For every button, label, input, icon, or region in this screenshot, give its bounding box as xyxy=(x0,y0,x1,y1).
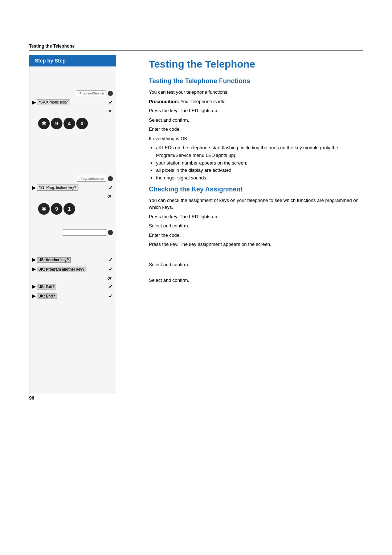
icon-0-1: 0 xyxy=(76,118,88,129)
blank-key-row xyxy=(32,229,113,236)
arrow-5: ▶ xyxy=(32,284,36,289)
page-title: Testing the Telephone xyxy=(149,58,363,70)
instruction-1: Press the key. The LED lights up. xyxy=(149,107,363,114)
if-ok: If everything is OK, xyxy=(149,135,363,142)
uk-another-row: ▶ UK: Program another key? ✓ xyxy=(32,266,113,272)
spacer3 xyxy=(32,219,113,226)
icon-star-2: ✱ xyxy=(38,203,50,215)
bullet-4: the ringer signal sounds. xyxy=(156,174,363,182)
uk-end-key: UK: End? xyxy=(37,293,57,299)
instruction-2: Select and confirm. xyxy=(149,117,363,124)
us-exit-key: US: Exit? xyxy=(37,284,56,289)
service-key-row-1: Program/Service xyxy=(32,90,113,96)
uk-another-key: UK: Program another key? xyxy=(37,267,86,272)
led-circle-2 xyxy=(108,176,113,181)
icon-9-1: 9 xyxy=(51,118,62,129)
body-text-2: You can check the assignment of keys on … xyxy=(149,197,363,211)
us-another-key: US: Another key? xyxy=(37,257,71,263)
or-text-1: or xyxy=(32,108,113,113)
ok-list: all LEDs on the telephone start flashing… xyxy=(156,144,363,182)
spacer1b xyxy=(32,80,113,88)
arrow-3: ▶ xyxy=(32,257,36,262)
led-circle-3 xyxy=(108,230,113,235)
bullet-2: your station number appears on the scree… xyxy=(156,159,363,167)
instruction-3: Enter the code. xyxy=(149,126,363,133)
service-key-label-1: Program/Service xyxy=(77,90,106,96)
arrow-4: ▶ xyxy=(32,267,36,272)
precondition-bold: Precondition: xyxy=(149,99,179,104)
service-key-label-2: Program/Service xyxy=(77,176,106,182)
spacer2b xyxy=(32,158,113,165)
checkmark-6: ✓ xyxy=(109,293,113,299)
checkmark-2: ✓ xyxy=(109,185,113,191)
sidebar-inner: Program/Service ▶ *940=Phone test? ✓ or … xyxy=(29,66,116,393)
spacer1 xyxy=(32,70,113,77)
spacer2 xyxy=(32,147,113,155)
section-title-1: Testing the Telephone Functions xyxy=(149,77,363,85)
icon-1-2: 1 xyxy=(64,203,75,215)
phone-test-row: ▶ *940=Phone test? ✓ xyxy=(32,99,113,105)
spacer4b xyxy=(32,249,113,254)
us-another-row: ▶ US: Another key? ✓ xyxy=(32,257,113,263)
section-label: Testing the Telephone xyxy=(29,44,363,50)
page-number: 96 xyxy=(29,395,34,401)
section-title-2: Checking the Key Assignment xyxy=(149,186,363,193)
or-text-3: or xyxy=(32,276,113,281)
checkmark-3: ✓ xyxy=(109,257,113,263)
sidebar: Step by Step Program/Service ▶ *940=Phon… xyxy=(29,55,138,393)
sidebar-gap-1 xyxy=(32,134,113,145)
content-area: Step by Step Program/Service ▶ *940=Phon… xyxy=(29,55,363,393)
icon-4-1: 4 xyxy=(64,118,75,129)
phone-test-key: *940=Phone test? xyxy=(37,99,70,105)
instruction-5: Select and confirm. xyxy=(149,222,363,230)
bullet-1: all LEDs on the telephone start flashing… xyxy=(156,144,363,159)
main-content: Testing the Telephone Testing the Teleph… xyxy=(138,55,363,393)
led-circle-1 xyxy=(108,91,113,96)
page-header: Testing the Telephone xyxy=(29,44,363,50)
step-by-step-banner: Step by Step xyxy=(29,55,116,66)
checkmark-4: ✓ xyxy=(109,266,113,272)
spacer2c xyxy=(32,168,113,173)
precondition-text: Precondition: Your telephone is idle. xyxy=(149,98,363,105)
spacer4 xyxy=(32,239,113,246)
instruction-9: Select and confirm. xyxy=(149,277,363,284)
arrow-6: ▶ xyxy=(32,293,36,299)
checkmark-1: ✓ xyxy=(109,100,113,105)
icon-9-2: 9 xyxy=(51,203,62,215)
bullet-3: all pixels in the display are activated; xyxy=(156,167,363,174)
checkmark-5: ✓ xyxy=(109,284,113,289)
instruction-6: Enter the code. xyxy=(149,232,363,239)
precondition-rest: Your telephone is idle. xyxy=(179,99,227,104)
prog-feature-row: ▶ *91=Prog. feature key? ✓ xyxy=(32,185,113,191)
blank-key xyxy=(63,229,106,236)
service-key-row-2: Program/Service xyxy=(32,176,113,182)
instruction-8: Select and confirm. xyxy=(149,261,363,268)
instruction-4: Press the key. The LED lights up. xyxy=(149,213,363,220)
arrow-2: ▶ xyxy=(32,185,36,190)
us-exit-row: ▶ US: Exit? ✓ xyxy=(32,284,113,289)
icon-star-1: ✱ xyxy=(38,118,50,129)
icon-circles-row-2: ✱ 9 1 xyxy=(38,203,113,215)
uk-end-row: ▶ UK: End? ✓ xyxy=(32,293,113,299)
icon-circles-row-1: ✱ 9 4 0 xyxy=(38,118,113,129)
body-text-1: You can test your telephone functions. xyxy=(149,89,363,96)
prog-feature-key: *91=Prog. feature key? xyxy=(37,185,78,191)
instruction-7: Press the key. The key assignment appear… xyxy=(149,241,363,248)
arrow-1: ▶ xyxy=(32,100,36,105)
or-text-2: or xyxy=(32,194,113,199)
page: Testing the Telephone Step by Step Progr… xyxy=(0,0,392,422)
